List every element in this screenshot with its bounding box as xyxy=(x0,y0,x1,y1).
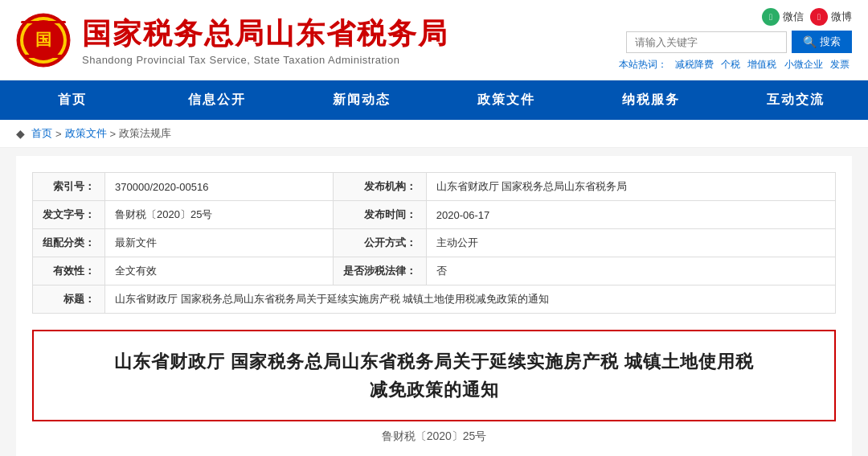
main-content: 索引号： 370000/2020-00516 发布机构： 山东省财政厅 国家税务… xyxy=(16,156,852,456)
nav-news[interactable]: 新闻动态 xyxy=(289,80,434,120)
site-title: 国家税务总局山东省税务局 xyxy=(82,14,448,54)
table-row-category: 组配分类： 最新文件 公开方式： 主动公开 xyxy=(33,229,836,257)
nav-interaction[interactable]: 互动交流 xyxy=(723,80,868,120)
header: 国 国家税务总局山东省税务局 Shandong Provincial Tax S… xyxy=(0,0,868,80)
table-row-docnumber: 发文字号： 鲁财税〔2020〕25号 发布时间： 2020-06-17 xyxy=(33,201,836,229)
hotword-4[interactable]: 小微企业 xyxy=(784,59,823,70)
weibo-label: 微博 xyxy=(831,10,852,24)
header-right:  微信  微博 🔍 搜索 本站热词： 减税降费 个税 增值税 小微企业 发票 xyxy=(616,8,852,72)
search-icon: 🔍 xyxy=(803,35,817,48)
wechat-icon:  xyxy=(762,8,780,26)
title-value: 山东省财政厅 国家税务总局山东省税务局关于延续实施房产税 城镇土地使用税减免政策… xyxy=(105,286,836,314)
document-title-box: 山东省财政厅 国家税务总局山东省税务局关于延续实施房产税 城镇土地使用税 减免政… xyxy=(32,330,836,421)
search-row: 🔍 搜索 xyxy=(626,31,852,53)
breadcrumb-level2: 政策法规库 xyxy=(119,126,171,141)
breadcrumb-sep2: > xyxy=(110,128,117,140)
table-row-title: 标题： 山东省财政厅 国家税务总局山东省税务局关于延续实施房产税 城镇土地使用税… xyxy=(33,286,836,314)
title-label: 标题： xyxy=(33,286,105,314)
hotwords-bar: 本站热词： 减税降费 个税 增值税 小微企业 发票 xyxy=(616,58,852,72)
breadcrumb: ◆ 首页 > 政策文件 > 政策法规库 xyxy=(0,120,868,148)
publish-date-value: 2020-06-17 xyxy=(426,201,835,229)
doc-title-line1: 山东省财政厅 国家税务总局山东省税务局关于延续实施房产税 城镇土地使用税 xyxy=(114,351,754,372)
hotword-5[interactable]: 发票 xyxy=(830,59,850,70)
hotwords-label: 本站热词： xyxy=(619,59,667,70)
main-nav: 首页 信息公开 新闻动态 政策文件 纳税服务 互动交流 xyxy=(0,80,868,120)
category-label: 组配分类： xyxy=(33,229,105,257)
doc-number-value: 鲁财税〔2020〕25号 xyxy=(105,201,334,229)
publisher-value: 山东省财政厅 国家税务总局山东省税务局 xyxy=(426,173,835,201)
publish-date-label: 发布时间： xyxy=(333,201,426,229)
svg-text:国: 国 xyxy=(35,31,51,48)
site-subtitle: Shandong Provincial Tax Service, State T… xyxy=(82,54,448,66)
search-button[interactable]: 🔍 搜索 xyxy=(792,31,852,53)
index-value: 370000/2020-00516 xyxy=(105,173,334,201)
svg-rect-5 xyxy=(21,21,66,23)
table-row-index: 索引号： 370000/2020-00516 发布机构： 山东省财政厅 国家税务… xyxy=(33,173,836,201)
index-label: 索引号： xyxy=(33,173,105,201)
social-bar:  微信  微博 xyxy=(762,8,852,26)
logo-text: 国家税务总局山东省税务局 Shandong Provincial Tax Ser… xyxy=(82,14,448,66)
document-info-table: 索引号： 370000/2020-00516 发布机构： 山东省财政厅 国家税务… xyxy=(32,172,836,314)
svg-rect-4 xyxy=(24,55,63,58)
doc-number-label: 发文字号： xyxy=(33,201,105,229)
open-type-label: 公开方式： xyxy=(333,229,426,257)
nav-home[interactable]: 首页 xyxy=(0,80,145,120)
weibo-button[interactable]:  微博 xyxy=(810,8,852,26)
wechat-label: 微信 xyxy=(783,10,804,24)
weibo-icon:  xyxy=(810,8,828,26)
nav-info[interactable]: 信息公开 xyxy=(145,80,289,120)
open-type-value: 主动公开 xyxy=(426,229,835,257)
document-main-title: 山东省财政厅 国家税务总局山东省税务局关于延续实施房产税 城镇土地使用税 减免政… xyxy=(58,347,810,404)
breadcrumb-arrow-icon: ◆ xyxy=(16,127,25,140)
wechat-button[interactable]:  微信 xyxy=(762,8,804,26)
category-value: 最新文件 xyxy=(105,229,334,257)
search-input[interactable] xyxy=(626,31,787,53)
logo-area: 国 国家税务总局山东省税务局 Shandong Provincial Tax S… xyxy=(16,13,448,68)
table-row-validity: 有效性： 全文有效 是否涉税法律： 否 xyxy=(33,257,836,286)
publisher-label: 发布机构： xyxy=(333,173,426,201)
national-emblem: 国 xyxy=(16,13,71,68)
breadcrumb-level1[interactable]: 政策文件 xyxy=(65,126,107,141)
validity-value: 全文有效 xyxy=(105,257,334,286)
hotword-1[interactable]: 减税降费 xyxy=(675,59,714,70)
nav-tax-service[interactable]: 纳税服务 xyxy=(579,80,723,120)
breadcrumb-sep1: > xyxy=(55,128,62,140)
nav-policy[interactable]: 政策文件 xyxy=(434,80,579,120)
tax-related-label: 是否涉税法律： xyxy=(333,257,426,286)
document-subtitle: 鲁财税〔2020〕25号 xyxy=(32,429,836,444)
tax-related-value: 否 xyxy=(426,257,835,286)
breadcrumb-home[interactable]: 首页 xyxy=(31,126,52,141)
hotword-2[interactable]: 个税 xyxy=(721,59,740,70)
validity-label: 有效性： xyxy=(33,257,105,286)
search-button-label: 搜索 xyxy=(820,35,841,49)
hotword-3[interactable]: 增值税 xyxy=(747,59,776,70)
doc-title-line2: 减免政策的通知 xyxy=(370,380,499,400)
